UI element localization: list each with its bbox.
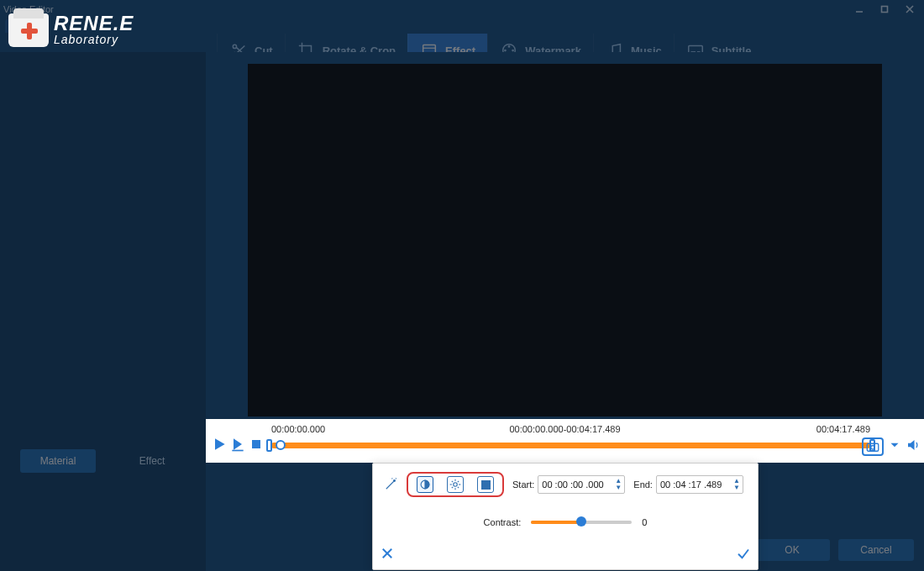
timeline-marker-start[interactable] [266,439,272,452]
contrast-slider[interactable] [531,521,632,524]
effect-mode-group [407,472,504,497]
close-button[interactable] [899,2,921,17]
dropdown-icon[interactable] [887,437,902,456]
contrast-value: 0 [642,517,647,527]
panel-confirm-icon[interactable] [736,546,751,564]
end-time-input[interactable]: 00 :04 :17 .489 ▲▼ [656,475,743,494]
svg-rect-23 [867,443,879,451]
end-label: End: [633,479,653,490]
svg-rect-21 [232,450,243,452]
snapshot-button[interactable] [862,437,884,456]
svg-line-28 [392,479,393,479]
minimize-button[interactable] [848,2,870,17]
svg-point-14 [504,50,507,52]
timeline-track[interactable] [271,443,870,448]
svg-line-35 [452,481,453,482]
logo-subtext: Laboratory [54,33,134,46]
svg-rect-22 [252,440,260,448]
effect-panel: Start: 00 :00 :00 .000 ▲▼ End: 00 :04 :1… [372,463,759,570]
timeline-end-label: 00:04:17.489 [816,424,870,434]
start-time-value: 00 :00 :00 .000 [542,479,603,490]
stepper-down-icon[interactable]: ▼ [614,485,622,491]
stop-button[interactable] [248,436,265,456]
start-time-input[interactable]: 00 :00 :00 .000 ▲▼ [538,475,625,494]
play-range-button[interactable] [229,436,246,456]
svg-point-24 [871,446,875,450]
effect-mode-saturation[interactable] [477,476,494,493]
svg-line-37 [458,481,459,482]
start-label: Start: [512,479,534,490]
volume-icon[interactable] [906,437,921,456]
restore-button[interactable] [874,2,895,17]
svg-point-26 [394,480,396,482]
effect-mode-contrast[interactable] [417,476,433,493]
left-tab-effect[interactable]: Effect [114,449,190,473]
brand-logo: RENE.E Laboratory [8,13,134,47]
svg-line-25 [386,481,394,489]
video-preview [248,64,882,416]
left-tab-material[interactable]: Material [20,449,96,473]
svg-line-38 [452,487,453,488]
slider-thumb[interactable] [576,516,586,526]
play-button[interactable] [211,436,228,456]
timeline-range-label: 00:00:00.000-00:04:17.489 [509,424,620,434]
svg-rect-1 [882,7,888,13]
svg-point-12 [508,45,511,48]
effect-mode-brightness[interactable] [447,476,464,493]
timeline[interactable]: 00:00:00.000 00:00:00.000-00:04:17.489 0… [206,419,924,463]
stepper-down-icon[interactable]: ▼ [732,485,741,491]
svg-point-15 [512,50,514,52]
panel-cancel-icon[interactable] [380,546,395,564]
magic-wand-icon[interactable] [383,477,398,492]
svg-line-27 [396,479,396,479]
logo-text: RENE.E [54,14,134,33]
svg-line-36 [458,487,459,488]
contrast-label: Contrast: [484,517,522,527]
svg-point-30 [454,483,457,486]
timeline-start-label: 00:00:00.000 [271,424,325,434]
slider-fill [531,521,581,524]
end-time-value: 00 :04 :17 .489 [660,479,722,490]
timeline-playhead[interactable] [276,440,286,450]
